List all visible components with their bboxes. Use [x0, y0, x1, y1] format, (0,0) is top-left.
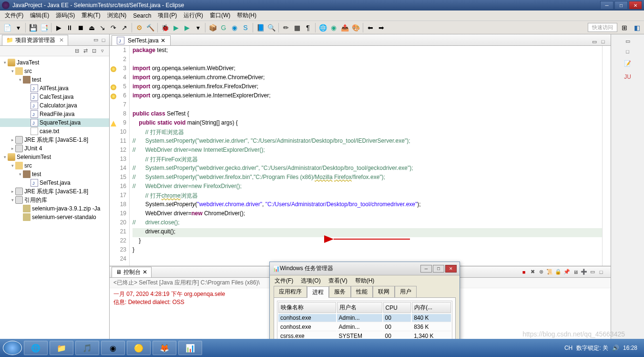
toggle-mark-button[interactable]: ✏: [281, 22, 291, 33]
remove-all-button[interactable]: ⊗: [537, 268, 545, 276]
menu-item[interactable]: 文件(F): [2, 10, 26, 21]
save-button[interactable]: 💾: [28, 22, 38, 33]
maximize-button[interactable]: □: [614, 1, 628, 10]
coverage-button[interactable]: ▾: [193, 22, 203, 33]
tree-node[interactable]: ▾test: [0, 75, 109, 84]
new-dropdown[interactable]: ▾: [13, 22, 23, 33]
clock[interactable]: 16:28: [623, 345, 637, 351]
forward-button[interactable]: ➡: [376, 22, 387, 33]
tree-node[interactable]: ▸JUnit 4: [0, 144, 109, 153]
run-button[interactable]: ▶: [171, 22, 181, 33]
menu-item[interactable]: 窗口(W): [207, 10, 233, 21]
menu-item[interactable]: 编辑(E): [27, 10, 52, 21]
tm-tab[interactable]: 服务: [329, 286, 351, 297]
scroll-lock-button[interactable]: 🔒: [554, 268, 562, 276]
profile-button[interactable]: 🎨: [350, 22, 361, 33]
maximize-editor-icon[interactable]: □: [599, 38, 607, 45]
max-console-icon[interactable]: □: [597, 268, 605, 276]
project-explorer-tab[interactable]: 📁 项目资源管理器 ✕: [2, 35, 68, 45]
filter-icon[interactable]: ⊡: [90, 47, 98, 55]
pause-button[interactable]: ⏸: [64, 22, 75, 33]
collapse-all-icon[interactable]: ⊟: [73, 47, 81, 55]
ime-indicator[interactable]: CH: [564, 345, 572, 351]
toggle-block-button[interactable]: ▦: [292, 22, 302, 33]
menu-item[interactable]: 项目(P): [155, 10, 180, 21]
tm-tab[interactable]: 性能: [351, 286, 373, 297]
run-external-button[interactable]: ▶: [182, 22, 192, 33]
tree-node[interactable]: ▾src: [0, 161, 109, 170]
taskbar-item-eclipse[interactable]: ◉: [101, 341, 125, 355]
tree-node[interactable]: ▾引用的库: [0, 196, 109, 204]
java-ee-perspective-button[interactable]: ◧: [632, 22, 642, 33]
tree-node[interactable]: ▾SeleniumTest: [0, 153, 109, 161]
debug-button[interactable]: 🐞: [160, 22, 170, 33]
tm-tab[interactable]: 进程: [307, 286, 329, 298]
tm-menu-item[interactable]: 查看(V): [326, 276, 350, 286]
display-console-button[interactable]: 🖥: [572, 268, 579, 276]
tm-tab[interactable]: 应用程序: [274, 286, 307, 297]
view-menu-icon[interactable]: ▭: [92, 36, 100, 44]
close-console-icon[interactable]: ✕: [143, 269, 147, 275]
taskbar-item-explorer[interactable]: 📁: [50, 341, 73, 355]
back-button[interactable]: ⬅: [365, 22, 376, 33]
remove-launch-button[interactable]: ✖: [529, 268, 536, 276]
tree-node[interactable]: ▾test: [0, 170, 109, 178]
tm-process-row[interactable]: conhost.exeAdmin...00836 K: [278, 323, 451, 331]
show-whitespace-button[interactable]: ¶: [303, 22, 313, 33]
tm-menu-item[interactable]: 选项(O): [298, 276, 323, 286]
minimize-button[interactable]: ─: [600, 1, 613, 10]
outline-view-icon[interactable]: 📝: [623, 58, 633, 69]
tree-node[interactable]: Calculator.java: [0, 101, 109, 110]
tm-minimize-button[interactable]: ─: [420, 265, 432, 273]
step-into-button[interactable]: ↘: [97, 22, 108, 33]
minimize-editor-icon[interactable]: ▭: [591, 38, 598, 45]
tree-node[interactable]: ▸JRE 系统库 [JavaSE-1.8]: [0, 187, 109, 196]
close-editor-icon[interactable]: ✕: [161, 37, 165, 44]
link-editor-icon[interactable]: ⇄: [82, 47, 89, 55]
menu-item[interactable]: 浏览(N): [104, 10, 130, 21]
save-all-button[interactable]: 📑: [39, 22, 49, 33]
view-dropdown-icon[interactable]: ▿: [99, 47, 106, 55]
quick-access-input[interactable]: 快速访问: [588, 23, 617, 32]
build-button[interactable]: 🔨: [145, 22, 155, 33]
menu-item[interactable]: 运行(R): [181, 10, 206, 21]
menu-item[interactable]: 重构(T): [79, 10, 103, 21]
stop-button[interactable]: ⏹: [75, 22, 86, 33]
tm-process-row[interactable]: conhost.exeAdmin...00840 K: [278, 314, 451, 322]
disconnect-button[interactable]: ⏏: [86, 22, 97, 33]
tm-menu-item[interactable]: 文件(F): [272, 276, 296, 286]
close-view-icon[interactable]: ✕: [59, 37, 64, 43]
menu-item[interactable]: 源码(S): [53, 10, 78, 21]
restore-right-icon[interactable]: ▭: [624, 37, 632, 45]
taskbar-item-chrome[interactable]: 🟡: [127, 341, 151, 355]
deploy-button[interactable]: 📤: [339, 22, 350, 33]
tree-node[interactable]: SquareTest.java: [0, 118, 109, 127]
taskbar-item-media[interactable]: 🎵: [75, 341, 99, 355]
overview-ruler[interactable]: [602, 46, 611, 266]
tm-menu-item[interactable]: 帮助(H): [352, 276, 378, 286]
search-button[interactable]: 🔍: [266, 22, 276, 33]
maximize-view-icon[interactable]: □: [100, 36, 107, 44]
taskbar-item-taskmgr[interactable]: 📊: [178, 341, 202, 355]
taskbar-item-firefox[interactable]: 🦊: [153, 341, 176, 355]
tree-node[interactable]: ▸JRE 系统库 [JavaSE-1.8]: [0, 136, 109, 144]
tree-node[interactable]: CalcTest.java: [0, 93, 109, 101]
tm-tab[interactable]: 联网: [373, 286, 395, 297]
start-button[interactable]: [3, 341, 22, 355]
tree-node[interactable]: ReadFile.java: [0, 110, 109, 118]
tray-speaker-icon[interactable]: 🔊: [612, 345, 619, 351]
editor-tab-seltest[interactable]: SelTest.java ✕: [112, 35, 171, 45]
close-button[interactable]: ✕: [629, 1, 642, 10]
project-tree[interactable]: ▾JavaTest▾src▾testAllTest.javaCalcTest.j…: [0, 56, 109, 345]
tm-tab[interactable]: 用户: [395, 286, 417, 297]
new-java-project-button[interactable]: 📦: [207, 22, 218, 33]
menu-item[interactable]: Search: [130, 11, 154, 20]
tree-node[interactable]: SelTest.java: [0, 178, 109, 187]
restore-right-max-icon[interactable]: □: [624, 48, 632, 55]
terminate-button[interactable]: ■: [520, 268, 528, 276]
tree-node[interactable]: selenium-java-3.9.1.zip -Ja: [0, 204, 109, 213]
step-return-button[interactable]: ↗: [119, 22, 130, 33]
pin-console-button[interactable]: 📌: [563, 268, 571, 276]
new-button[interactable]: 📄: [2, 22, 12, 33]
tree-node[interactable]: AllTest.java: [0, 84, 109, 93]
